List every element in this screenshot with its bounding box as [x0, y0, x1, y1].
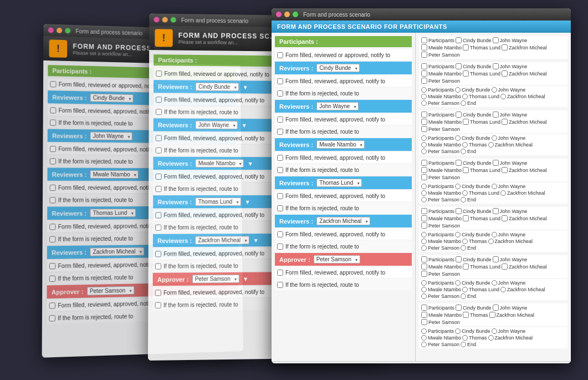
opt-participants-cn[interactable]	[421, 63, 427, 69]
thomas-notify-check-2[interactable]	[155, 212, 161, 218]
opt-cindy-jn[interactable]	[456, 112, 462, 118]
opt-mwale-jn[interactable]	[421, 119, 427, 125]
opt-mwale-pn[interactable]	[421, 312, 427, 318]
opt-john-jr[interactable]	[492, 135, 497, 141]
approver-select-3[interactable]: Peter Samson	[314, 255, 360, 264]
reviewer-select-cindy-2[interactable]: Cindy Bunde	[196, 83, 239, 92]
opt-john-zr[interactable]	[492, 280, 497, 286]
reviewer-select-zack-2[interactable]: Zackfron Micheal	[195, 236, 249, 245]
reviewer-select-cindy-3[interactable]: Cindy Bunde	[316, 64, 360, 72]
reviewer-select-mwale-1[interactable]: Mwale Ntambo	[90, 170, 139, 179]
opt-zack-zn[interactable]	[502, 264, 508, 270]
opt-thomas-pr[interactable]	[462, 335, 468, 341]
opt-end-zr[interactable]	[461, 293, 466, 299]
opt-peter-zn[interactable]	[421, 271, 427, 277]
reviewer-select-mwale-3[interactable]: Mwale Ntambo	[316, 140, 365, 149]
opt-thomas-cn[interactable]	[463, 70, 469, 77]
participants-check-2[interactable]	[156, 70, 162, 77]
reviewer-select-john-2[interactable]: John Wayne	[196, 121, 238, 129]
opt-thomas-mr[interactable]	[462, 190, 468, 196]
reviewer-select-cindy-1[interactable]: Cindy Bunde	[90, 94, 134, 103]
opt-mwale-p[interactable]	[421, 44, 427, 50]
peter-notify-check-2[interactable]	[155, 290, 161, 296]
opt-zack-cr[interactable]	[500, 94, 506, 99]
opt-thomas-zn[interactable]	[463, 264, 469, 270]
opt-cindy-cn[interactable]	[456, 63, 462, 69]
mwale-reject-check-2[interactable]	[155, 185, 161, 191]
opt-peter-jn[interactable]	[421, 126, 427, 132]
opt-mwale-zn[interactable]	[421, 264, 427, 270]
zack-reject-check-1[interactable]	[49, 275, 55, 282]
opt-end-cr[interactable]	[461, 100, 466, 106]
mwale-notify-check-3[interactable]	[277, 155, 283, 161]
thomas-notify-check-3[interactable]	[277, 193, 283, 199]
opt-cindy-pn[interactable]	[456, 305, 462, 311]
opt-participants-pn[interactable]	[421, 305, 427, 311]
cindy-notify-check-3[interactable]	[277, 78, 283, 84]
opt-john-mn[interactable]	[493, 160, 499, 166]
opt-john-cr[interactable]	[492, 87, 497, 93]
opt-zack-tn[interactable]	[502, 215, 508, 221]
opt-mwale-mr[interactable]	[421, 190, 427, 196]
opt-zack-mn[interactable]	[502, 167, 508, 173]
john-reject-check-1[interactable]	[50, 158, 56, 164]
opt-mwale-jr[interactable]	[421, 142, 427, 148]
opt-john-mr[interactable]	[492, 184, 497, 189]
opt-thomas-pn[interactable]	[463, 312, 469, 318]
approver-select-1[interactable]: Peter Samson	[87, 286, 135, 296]
opt-thomas-jr[interactable]	[462, 142, 468, 148]
opt-cindy-mn[interactable]	[456, 160, 462, 166]
opt-peter-cn[interactable]	[421, 78, 427, 84]
opt-cindy-cr[interactable]	[455, 87, 461, 93]
john-notify-check-1[interactable]	[50, 145, 56, 151]
opt-participants-zr[interactable]	[421, 280, 427, 286]
opt-mwale-zr[interactable]	[421, 287, 427, 292]
opt-mwale-tn[interactable]	[421, 215, 427, 221]
opt-mwale-tr[interactable]	[421, 239, 427, 244]
peter-reject-check-1[interactable]	[49, 315, 55, 321]
opt-participants-jn[interactable]	[421, 112, 427, 118]
opt-mwale-cr[interactable]	[421, 94, 427, 99]
opt-end-pr[interactable]	[461, 342, 466, 347]
opt-peter-p[interactable]	[421, 52, 427, 58]
opt-end-mr[interactable]	[461, 197, 466, 202]
opt-participants-cr[interactable]	[421, 87, 427, 93]
zack-notify-check-2[interactable]	[155, 251, 161, 257]
thomas-notify-check-1[interactable]	[49, 224, 55, 230]
peter-notify-check-3[interactable]	[277, 270, 283, 276]
zack-reject-check-2[interactable]	[155, 263, 161, 269]
peter-notify-check-1[interactable]	[49, 302, 56, 309]
cindy-reject-check-2[interactable]	[156, 109, 162, 115]
opt-john-p[interactable]	[493, 37, 499, 43]
opt-peter-tn[interactable]	[421, 222, 427, 229]
john-reject-check-2[interactable]	[156, 147, 162, 153]
opt-participants-tr[interactable]	[421, 232, 427, 237]
reviewer-select-zack-1[interactable]: Zackfron Micheal	[90, 247, 144, 256]
opt-peter-tr[interactable]	[421, 245, 427, 251]
opt-cindy-zr[interactable]	[455, 280, 461, 286]
opt-cindy-jr[interactable]	[455, 135, 461, 141]
reviewer-select-john-1[interactable]: John Wayne	[90, 131, 132, 140]
opt-mwale-cn[interactable]	[421, 70, 427, 77]
opt-zack-tr[interactable]	[488, 239, 494, 244]
opt-thomas-tr[interactable]	[462, 239, 468, 244]
opt-cindy-p[interactable]	[456, 37, 462, 43]
opt-participants-p[interactable]	[421, 37, 427, 43]
opt-john-tn[interactable]	[493, 208, 499, 214]
participants-check-3[interactable]	[277, 52, 283, 58]
zack-notify-check-1[interactable]	[49, 262, 55, 268]
opt-zack-mr[interactable]	[500, 190, 506, 196]
opt-peter-jr[interactable]	[421, 149, 427, 154]
opt-cindy-tr[interactable]	[455, 232, 461, 237]
john-notify-check-2[interactable]	[156, 135, 162, 141]
mwale-notify-check-2[interactable]	[155, 173, 161, 179]
john-notify-check-3[interactable]	[277, 116, 283, 123]
cindy-notify-check-2[interactable]	[156, 97, 162, 103]
reviewer-select-mwale-2[interactable]: Mwale Ntambo	[196, 159, 244, 168]
thomas-reject-check-1[interactable]	[49, 236, 55, 242]
opt-peter-cr[interactable]	[421, 100, 427, 106]
opt-john-cn[interactable]	[493, 63, 499, 69]
zack-notify-check-3[interactable]	[277, 231, 283, 237]
opt-zack-pn[interactable]	[489, 312, 495, 318]
opt-john-tr[interactable]	[492, 232, 497, 237]
